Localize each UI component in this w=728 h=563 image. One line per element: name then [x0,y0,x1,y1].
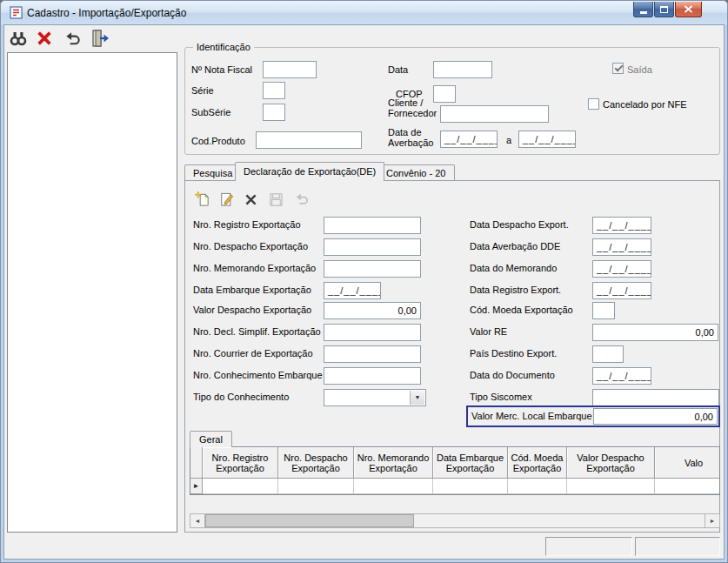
serie-label: Série [191,85,214,96]
data-documento-input[interactable]: __/__/____ [592,367,651,385]
undo-button[interactable] [61,27,83,50]
cod-produto-input[interactable] [256,131,362,149]
tab-declaracao-exportacao[interactable]: Declaração de Exportação(DE) [235,162,384,181]
close-button[interactable] [675,2,702,17]
identificacao-legend: Identificação [193,42,254,52]
new-icon [195,191,211,208]
nro-despacho-exportacao-input[interactable] [324,238,421,256]
nro-courrier-exportacao-label: Nro. Courrier de Exportação [193,348,313,359]
nro-conhecimento-embarque-label: Nro. Conhecimento Embarque [193,370,323,380]
tab-convenio-20[interactable]: Convênio - 20 [377,164,455,180]
minimize-icon [640,11,647,14]
pais-destino-export-label: País Destino Export. [470,348,557,359]
cliente-fornecedor-input[interactable] [440,105,549,123]
saida-checkbox [612,63,624,74]
data-averbacao-ate-input[interactable]: __/__/____ [518,131,576,148]
nro-despacho-exportacao-label: Nro. Despacho Exportação [193,241,308,251]
grid-cell[interactable] [203,479,278,494]
valor-merc-local-embarque-label: Valor Merc. Local Embarque [471,411,592,421]
tipo-siscomex-input[interactable] [592,389,719,406]
valor-re-label: Valor RE [470,326,507,337]
data-memorando-input[interactable]: __/__/____ [592,260,651,278]
data-averbacao-label: Data de Averbação [388,127,438,148]
cancelado-nfe-label: Cancelado por NFE [603,99,687,110]
delete-red-x-icon [36,30,53,47]
cod-produto-label: Cod.Produto [191,136,245,146]
maximize-button[interactable] [654,2,674,17]
delete-button[interactable] [33,27,56,50]
nro-decl-simplif-exportacao-input[interactable] [324,324,421,341]
undo-icon [63,30,82,48]
data-memorando-label: Data do Memorando [470,263,557,273]
grid-data-row[interactable]: ► [190,479,719,494]
minimize-button[interactable] [633,2,653,17]
scrollbar-thumb[interactable] [205,514,414,527]
edit-icon [218,191,235,208]
maximize-icon [660,6,668,13]
pais-destino-export-input[interactable] [592,345,624,363]
nota-fiscal-label: Nº Nota Fiscal [191,64,252,75]
valor-despacho-exportacao-input[interactable]: 0,00 [324,302,421,319]
cancelado-nfe-checkbox[interactable] [588,98,599,110]
grid-column-header: Valo [655,447,719,479]
chevron-down-icon[interactable]: ▼ [410,391,424,405]
subserie-input[interactable] [263,104,285,121]
data-averbacao-dde-input[interactable]: __/__/____ [592,238,651,256]
status-panel-right [635,537,720,556]
window: Cadastro - Importação/Exportação [0,0,728,563]
grid-header-row: Nro. Registro Exportação Nro. Despacho E… [190,447,719,479]
save-record-button[interactable] [266,190,285,209]
app-icon [10,6,23,19]
tab-geral[interactable]: Geral [190,431,232,447]
serie-input[interactable] [263,82,285,99]
grid-column-header: Nro. Despacho Exportação [278,447,354,479]
cod-moeda-exportacao-input[interactable] [592,302,615,319]
valor-merc-local-embarque-highlight: Valor Merc. Local Embarque 0,00 [466,405,720,427]
grid-cell[interactable] [354,479,433,494]
grid-cell[interactable] [655,479,719,494]
edit-record-button[interactable] [217,190,236,209]
data-input[interactable] [433,61,492,78]
find-button[interactable] [7,27,30,50]
grid-column-header: Cód. Moeda Exportação [508,447,567,479]
grid-cell[interactable] [278,479,354,494]
delete-record-button[interactable] [241,190,260,209]
save-icon [268,191,284,208]
undo-small-icon [294,191,310,207]
scroll-right-button[interactable]: ► [705,514,719,527]
row-marker: ► [190,479,203,494]
exit-button[interactable] [89,27,111,50]
exit-icon [90,28,110,49]
tab-pesquisa[interactable]: Pesquisa [184,164,241,180]
record-listbox[interactable] [7,52,177,533]
data-despacho-export-input[interactable]: __/__/____ [592,217,651,234]
window-title: Cadastro - Importação/Exportação [27,7,186,19]
nro-conhecimento-embarque-input[interactable] [324,367,421,385]
nro-courrier-exportacao-input[interactable] [324,345,421,363]
grid-cell[interactable] [433,479,508,494]
data-grid: Nro. Registro Exportação Nro. Despacho E… [190,446,720,495]
data-averbacao-de-input[interactable]: __/__/____ [440,131,498,148]
window-controls [633,2,703,17]
undo-record-button[interactable] [292,190,311,209]
grid-column-header: Valor Despacho Exportação [567,447,655,479]
grid-cell[interactable] [567,479,655,494]
nro-memorando-exportacao-input[interactable] [324,260,421,278]
cliente-fornecedor-label: Cliente / Fornecedor [388,97,438,118]
valor-despacho-exportacao-label: Valor Despacho Exportação [193,305,311,315]
valor-merc-local-embarque-input[interactable]: 0,00 [593,408,718,425]
new-record-button[interactable] [193,190,212,209]
valor-re-input[interactable]: 0,00 [592,324,718,341]
grid-cell[interactable] [508,479,567,494]
data-embarque-exportacao-input[interactable]: __/__/____ [324,282,381,299]
nro-registro-exportacao-input[interactable] [324,217,421,234]
grid-horizontal-scrollbar[interactable]: ◄ ► [190,513,720,528]
tipo-conhecimento-combobox[interactable]: ▼ [324,389,426,406]
data-registro-export-input[interactable]: __/__/____ [592,282,651,299]
data-documento-label: Data do Documento [470,370,555,380]
scroll-left-button[interactable]: ◄ [190,514,205,527]
grid-selector-header [190,447,203,479]
grid-column-header: Nro. Registro Exportação [203,447,278,479]
find-icon [8,28,29,49]
nota-fiscal-input[interactable] [263,61,317,78]
